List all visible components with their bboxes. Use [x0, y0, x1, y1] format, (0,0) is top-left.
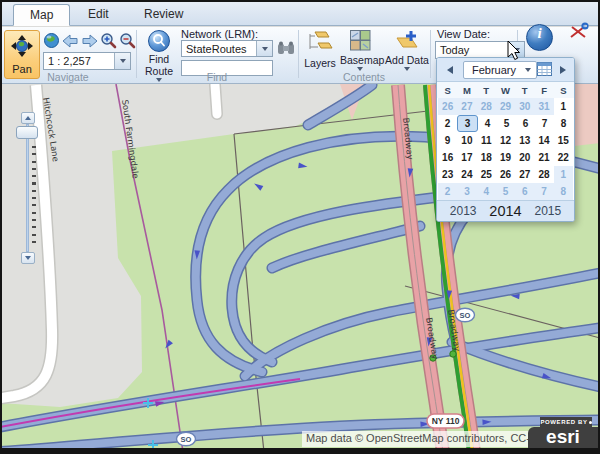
map-attribution: Map data © OpenStreetMap contributors, C… — [302, 431, 566, 447]
year-2015[interactable]: 2015 — [534, 204, 561, 218]
network-lrm-combo[interactable]: StateRoutes — [181, 40, 273, 57]
calendar-grid-icon[interactable] — [537, 62, 552, 76]
calendar-day-headers: SMTWTFS — [437, 82, 574, 98]
calendar-day[interactable]: 9 — [438, 132, 457, 149]
zoom-in-icon[interactable] — [100, 32, 117, 49]
calendar-day[interactable]: 20 — [515, 149, 534, 166]
scale-dropdown-button[interactable] — [114, 53, 130, 69]
calendar-day[interactable]: 22 — [554, 149, 573, 166]
next-month-icon[interactable] — [560, 66, 566, 74]
date-picker-popup: February SMTWTFS 26272829303112345678910… — [436, 57, 575, 222]
calendar-day[interactable]: 27 — [457, 98, 476, 115]
previous-month-icon[interactable] — [447, 66, 453, 74]
info-button[interactable]: i — [526, 24, 553, 51]
next-extent-icon[interactable] — [81, 34, 98, 48]
calendar-day[interactable]: 19 — [496, 149, 515, 166]
svg-text:NY 110: NY 110 — [432, 416, 460, 426]
day-header: F — [534, 82, 553, 98]
calendar-day[interactable]: 24 — [457, 166, 476, 183]
calendar-day[interactable]: 3 — [457, 183, 476, 200]
calendar-day[interactable]: 10 — [457, 132, 476, 149]
add-data-icon — [393, 30, 421, 51]
calendar-day[interactable]: 18 — [477, 149, 496, 166]
calendar-day[interactable]: 8 — [554, 183, 573, 200]
network-dropdown-button[interactable] — [256, 41, 272, 56]
view-date-label: View Date: — [437, 28, 490, 40]
day-header: W — [496, 82, 515, 98]
calendar-day[interactable]: 21 — [534, 149, 553, 166]
year-2013[interactable]: 2013 — [450, 204, 477, 218]
mouse-cursor — [507, 40, 523, 62]
calendar-day[interactable]: 3 — [457, 115, 478, 132]
calendar-day[interactable]: 6 — [515, 183, 534, 200]
calendar-day[interactable]: 4 — [477, 183, 496, 200]
month-selector[interactable]: February — [463, 61, 537, 79]
calendar-day[interactable]: 17 — [457, 149, 476, 166]
calendar-day[interactable]: 1 — [554, 98, 573, 115]
route-tool-icon[interactable] — [569, 22, 590, 41]
day-header: S — [554, 82, 573, 98]
calendar-day[interactable]: 13 — [515, 132, 534, 149]
previous-extent-icon[interactable] — [62, 34, 79, 48]
calendar-day[interactable]: 5 — [496, 183, 515, 200]
find-route-search-icon — [148, 30, 170, 52]
group-label-navigate: Navigate — [0, 71, 136, 83]
view-date-value: Today — [436, 42, 508, 58]
ribbon-tab-bar: Map Edit Review — [0, 0, 600, 26]
calendar-day[interactable]: 11 — [477, 132, 496, 149]
calendar-day[interactable]: 27 — [515, 166, 534, 183]
calendar-day[interactable]: 2 — [438, 183, 457, 200]
day-header: S — [438, 82, 457, 98]
tab-review[interactable]: Review — [128, 4, 199, 26]
calendar-day[interactable]: 7 — [534, 183, 553, 200]
calendar-day[interactable]: 25 — [477, 166, 496, 183]
map-scale-combo[interactable]: 1 : 2,257 — [43, 52, 131, 70]
route-shield-so-2: SO — [177, 432, 196, 446]
add-data-button[interactable]: Add Data — [385, 30, 429, 71]
svg-text:SO: SO — [181, 435, 192, 444]
network-lrm-label: Network (LRM): — [181, 28, 258, 40]
svg-text:SO: SO — [460, 311, 471, 320]
basemap-button[interactable]: Basemap — [340, 30, 380, 71]
month-value: February — [464, 62, 525, 78]
zoom-out-slider-button[interactable] — [21, 252, 35, 264]
zoom-slider-handle[interactable] — [16, 126, 38, 139]
layers-icon — [307, 30, 333, 54]
chevron-down-icon — [262, 47, 268, 51]
year-2014-current[interactable]: 2014 — [489, 203, 521, 219]
calendar-day[interactable]: 14 — [534, 132, 553, 149]
calendar-day[interactable]: 28 — [477, 98, 496, 115]
zoom-out-icon[interactable] — [119, 32, 136, 49]
calendar-day[interactable]: 26 — [438, 98, 457, 115]
day-header: M — [457, 82, 476, 98]
calendar-day[interactable]: 28 — [534, 166, 553, 183]
calendar-day[interactable]: 1 — [554, 166, 573, 183]
calendar-day[interactable]: 23 — [438, 166, 457, 183]
calendar-day[interactable]: 8 — [554, 115, 573, 132]
calendar-day[interactable]: 16 — [438, 149, 457, 166]
calendar-day[interactable]: 12 — [496, 132, 515, 149]
calendar-day[interactable]: 29 — [496, 98, 515, 115]
tab-map[interactable]: Map — [13, 4, 70, 26]
calendar-day[interactable]: 6 — [516, 115, 535, 132]
calendar-day[interactable]: 4 — [478, 115, 497, 132]
calendar-day[interactable]: 2 — [438, 115, 457, 132]
calendar-day[interactable]: 26 — [496, 166, 515, 183]
full-extent-globe-icon[interactable] — [43, 32, 60, 49]
pan-icon — [10, 34, 34, 58]
group-label-contents: Contents — [298, 71, 430, 83]
calendar-day[interactable]: 31 — [534, 98, 553, 115]
binoculars-search-icon[interactable] — [277, 41, 295, 56]
calendar-header: February — [437, 58, 574, 82]
calendar-day[interactable]: 30 — [515, 98, 534, 115]
zoom-slider-track[interactable] — [26, 124, 29, 252]
zoom-in-slider-button[interactable] — [21, 112, 35, 124]
tab-edit[interactable]: Edit — [72, 4, 125, 26]
calendar-day[interactable]: 7 — [535, 115, 554, 132]
map-scale-value: 1 : 2,257 — [44, 53, 114, 69]
layers-button[interactable]: Layers — [303, 30, 337, 69]
calendar-day[interactable]: 5 — [497, 115, 516, 132]
calendar-grid: 2627282930311234567891011121314151617181… — [437, 98, 574, 200]
up-arrow-icon — [25, 116, 31, 120]
calendar-day[interactable]: 15 — [554, 132, 573, 149]
